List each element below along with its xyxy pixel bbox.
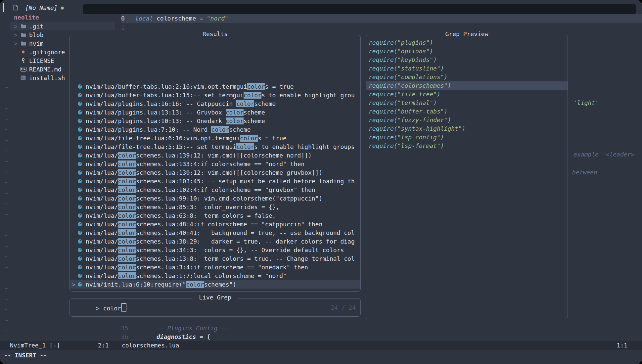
line-number: 35 bbox=[121, 324, 129, 333]
empty-line-tilde: ~ bbox=[5, 294, 8, 304]
empty-line-tilde: ~ bbox=[5, 251, 8, 262]
match-highlight: color bbox=[118, 221, 136, 228]
markdown-icon bbox=[21, 67, 29, 71]
result-text: nvim/lua/colorschemes.lua:13:8: term_col… bbox=[86, 255, 355, 262]
filetree-root: neolite bbox=[10, 13, 115, 22]
results-counter: 24 / 24 bbox=[331, 304, 356, 311]
empty-lines: ~~~~~~~~~~~~~~~~~~~~~~~~ bbox=[5, 82, 8, 336]
lua-icon bbox=[77, 282, 86, 287]
result-row[interactable]: nvim/lua/buffer-tabs.lua:1:15:-- set ter… bbox=[70, 91, 360, 99]
preview-line: require("colorschemes") bbox=[366, 81, 568, 90]
text-cursor bbox=[121, 303, 126, 312]
result-text: nvim/lua/colorschemes.lua:85:3: color_ov… bbox=[86, 204, 279, 210]
tab-no-name[interactable]: [No Name] ● bbox=[13, 3, 64, 13]
buffer-cursorline[interactable]: 0 local colorscheme = "nord" bbox=[121, 14, 642, 23]
result-text: nvim/lua/colorschemes.lua:48:4:if colors… bbox=[86, 221, 322, 228]
match-highlight: color bbox=[118, 152, 136, 159]
buffer-line-35[interactable]: 35 -- Plugins Config -- bbox=[121, 324, 642, 333]
result-row[interactable]: nvim/lua/colorschemes.lua:38:29: darker … bbox=[70, 237, 360, 246]
empty-line-tilde: ~ bbox=[5, 199, 8, 209]
empty-line-tilde: ~ bbox=[5, 230, 8, 241]
license-icon bbox=[21, 58, 29, 64]
filetree-item-git[interactable]: >.git bbox=[10, 22, 115, 30]
empty-line-tilde: ~ bbox=[5, 283, 8, 294]
preview-window: Grep Preview require("plugins")require("… bbox=[366, 35, 568, 319]
tabline-fill bbox=[83, 4, 636, 14]
result-row[interactable]: nvim/lua/colorschemes.lua:40:41: backgro… bbox=[70, 228, 360, 237]
result-text: nvim/lua/colorschemes.lua:1:7:local colo… bbox=[86, 272, 287, 279]
result-text: nvim/lua/colorschemes.lua:38:29: darker … bbox=[86, 238, 355, 245]
result-row[interactable]: nvim/lua/plugins.lua:16:16: -- Catppucci… bbox=[70, 99, 360, 108]
result-row[interactable]: nvim/lua/colorschemes.lua:133:4:if color… bbox=[70, 159, 360, 168]
lua-icon bbox=[77, 179, 86, 184]
result-row[interactable]: nvim/lua/file-tree.lua:6:16:vim.opt.term… bbox=[70, 134, 360, 142]
filetree-item-label: blob bbox=[29, 31, 43, 38]
match-highlight: color bbox=[211, 126, 229, 133]
modified-indicator-dot: ● bbox=[61, 5, 64, 11]
lua-icon bbox=[77, 196, 86, 201]
result-text: nvim/lua/colorschemes.lua:40:41: backgro… bbox=[86, 229, 355, 236]
preview-line: require("lsp-config") bbox=[366, 133, 568, 142]
preview-line: require("options") bbox=[366, 47, 568, 56]
result-text: nvim/lua/plugins.lua:10:13: -- Onedark c… bbox=[86, 117, 265, 124]
match-highlight: color bbox=[236, 143, 254, 150]
lua-icon bbox=[77, 213, 86, 218]
preview-line: require("keybinds") bbox=[366, 56, 568, 64]
result-row[interactable]: nvim/lua/colorschemes.lua:139:12: vim.cm… bbox=[70, 151, 360, 159]
preview-line: require("terminal") bbox=[366, 99, 568, 107]
line-number: 0 bbox=[121, 14, 129, 23]
result-row[interactable]: nvim/lua/plugins.lua:10:13: -- Onedark c… bbox=[70, 116, 360, 125]
chevron-right-icon: > bbox=[14, 23, 21, 30]
preview-lines: require("plugins")require("options")requ… bbox=[366, 38, 568, 150]
result-row[interactable]: nvim/lua/colorschemes.lua:99:10: vim.cmd… bbox=[70, 194, 360, 203]
result-row[interactable]: nvim/lua/colorschemes.lua:63:8: term_col… bbox=[70, 211, 360, 220]
lua-icon bbox=[77, 144, 86, 149]
livegrep-input[interactable]: > color bbox=[74, 296, 126, 319]
empty-line-tilde: ~ bbox=[5, 262, 8, 273]
result-row[interactable]: nvim/lua/colorschemes.lua:3:4:if colorsc… bbox=[70, 263, 360, 271]
match-highlight: color bbox=[118, 264, 136, 271]
result-row[interactable]: nvim/lua/file-tree.lua:5:15:-- set termg… bbox=[70, 142, 360, 151]
result-row[interactable]: nvim/lua/colorschemes.lua:85:3: color_ov… bbox=[70, 203, 360, 211]
lua-icon bbox=[77, 239, 86, 244]
empty-line-tilde: ~ bbox=[5, 156, 8, 167]
match-highlight: color bbox=[226, 117, 244, 124]
git-icon bbox=[21, 49, 29, 55]
match-highlight: color bbox=[118, 255, 136, 262]
filetree-item-label: LICENSE bbox=[29, 57, 54, 64]
result-row[interactable]: >nvim/init.lua:6:10:require("colorscheme… bbox=[70, 280, 360, 289]
code-string: "nord" bbox=[207, 15, 228, 22]
terminal-window: [No Name] ● 0 local colorscheme = "nord"… bbox=[0, 0, 642, 364]
result-row[interactable]: nvim/lua/colorschemes.lua:130:12: vim.cm… bbox=[70, 168, 360, 177]
filetree-item-label: nvim bbox=[29, 40, 43, 47]
result-row[interactable]: nvim/lua/plugins.lua:13:13: -- Gruvbox c… bbox=[70, 108, 360, 116]
result-row[interactable]: nvim/lua/colorschemes.lua:103:45: -- set… bbox=[70, 177, 360, 185]
lua-icon bbox=[77, 230, 86, 235]
lua-icon bbox=[77, 273, 86, 278]
result-row[interactable]: nvim/lua/colorschemes.lua:102:4:if color… bbox=[70, 185, 360, 194]
result-row[interactable]: nvim/lua/colorschemes.lua:48:4:if colors… bbox=[70, 220, 360, 228]
result-row[interactable]: nvim/lua/colorschemes.lua:34:3: colors =… bbox=[70, 246, 360, 254]
livegrep-query: color bbox=[103, 305, 121, 312]
statusline-ruler: 1:1 bbox=[617, 341, 627, 350]
empty-line-tilde: ~ bbox=[5, 82, 8, 93]
buffer-line-36[interactable]: 36 diagnostics = { bbox=[121, 332, 642, 341]
line-number: 36 bbox=[121, 332, 129, 341]
result-row[interactable]: nvim/lua/colorschemes.lua:1:7:local colo… bbox=[70, 271, 360, 280]
preview-title: Grep Preview bbox=[439, 30, 495, 37]
filetree-item-label: .git bbox=[29, 23, 43, 30]
lua-icon bbox=[77, 101, 86, 106]
lua-icon bbox=[77, 161, 86, 166]
result-row[interactable]: nvim/lua/plugins.lua:7:10: -- Nord color… bbox=[70, 125, 360, 134]
match-highlight: color bbox=[118, 238, 136, 245]
result-row[interactable]: nvim/lua/buffer-tabs.lua:2:16:vim.opt.te… bbox=[70, 82, 360, 91]
code-keyword: local bbox=[135, 15, 153, 22]
result-row[interactable]: nvim/lua/colorschemes.lua:13:8: term_col… bbox=[70, 254, 360, 263]
livegrep-window: Live Grep > color 24 / 24 bbox=[69, 298, 361, 317]
statusline: NvimTree_1 [-] 2:1 colorschemes.lua 1:1 bbox=[0, 341, 642, 350]
empty-line-tilde: ~ bbox=[5, 188, 8, 199]
match-highlight: color bbox=[236, 100, 254, 107]
code-identifier: colorscheme bbox=[157, 15, 196, 22]
result-text: nvim/init.lua:6:10:require("colorschemes… bbox=[86, 281, 236, 288]
lua-icon bbox=[77, 153, 86, 158]
